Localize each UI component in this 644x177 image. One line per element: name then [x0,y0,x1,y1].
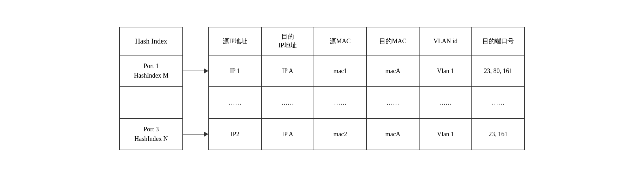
cell-row2-src-ip: …… [209,87,261,118]
arrow-line-1 [183,71,204,71]
arrow-3 [183,132,208,137]
header-dst-mac: 目的MAC [367,27,419,55]
data-table: 源IP地址 目的IP地址 源MAC 目的MAC VLAN id 目的端口号 IP… [208,27,525,150]
cell-row2-vlan: …… [419,87,472,118]
arrow-head-1 [204,68,208,73]
cell-row3-dst-mac: macA [367,118,419,150]
header-vlan: VLAN id [419,27,472,55]
cell-row3-src-mac: mac2 [314,118,367,150]
cell-row2-dst-port: …… [472,87,524,118]
arrow-row-2-invisible [183,87,208,118]
table-row-3: IP2 IP A mac2 macA Vlan 1 23, 161 [209,118,524,150]
header-dst-port: 目的端口号 [472,27,524,55]
header-src-ip: 源IP地址 [209,27,261,55]
cell-row1-vlan: Vlan 1 [419,55,472,87]
arrow-row-3 [183,118,208,150]
hash-index-row-3: Port 3HashIndex N [120,118,183,150]
hash-index-table: Hash Index Port 1HashIndex M Port 3HashI… [119,27,183,150]
header-dst-ip: 目的IP地址 [261,27,314,55]
arrow-1 [183,68,208,73]
arrow-line-3 [183,134,204,135]
cell-row2-dst-mac: …… [367,87,419,118]
table-row-2: …… …… …… …… …… …… [209,87,524,118]
cell-row3-dst-port: 23, 161 [472,118,524,150]
hash-index-row-1: Port 1HashIndex M [120,55,183,87]
cell-row1-src-ip: IP 1 [209,55,261,87]
diagram-container: Hash Index Port 1HashIndex M Port 3HashI… [105,20,539,157]
header-src-mac: 源MAC [314,27,367,55]
table-row-1: IP 1 IP A mac1 macA Vlan 1 23, 80, 161 [209,55,524,87]
arrow-spacer-header [183,27,208,55]
arrow-row-1 [183,55,208,87]
cell-row2-dst-ip: …… [261,87,314,118]
cell-row1-dst-port: 23, 80, 161 [472,55,524,87]
cell-row2-src-mac: …… [314,87,367,118]
cell-row3-src-ip: IP2 [209,118,261,150]
cell-row3-dst-ip: IP A [261,118,314,150]
cell-row1-dst-ip: IP A [261,55,314,87]
arrow-head-3 [204,132,208,137]
hash-index-row-2 [120,87,183,118]
cell-row1-src-mac: mac1 [314,55,367,87]
cell-row3-vlan: Vlan 1 [419,118,472,150]
cell-row1-dst-mac: macA [367,55,419,87]
hash-index-header: Hash Index [120,27,183,55]
arrows-column [183,27,208,150]
